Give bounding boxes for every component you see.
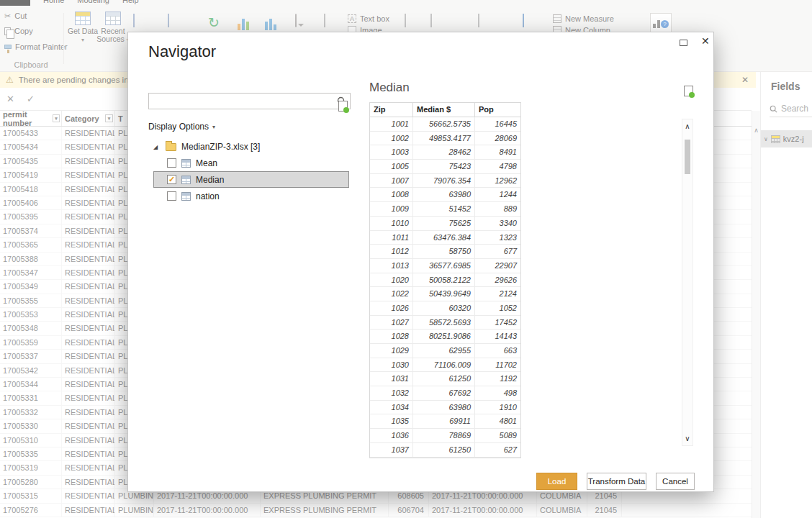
preview-header-row: Zip Median $ Pop	[370, 103, 520, 117]
preview-table: Zip Median $ Pop 1001 56662.5735 16445 1…	[369, 102, 521, 458]
tree-sheet-nation[interactable]: nation	[153, 188, 349, 204]
close-button[interactable]: ✕	[701, 35, 710, 47]
powerbi-desktop: Home Modeling Help ✂ Cut Copy Format Pai…	[0, 0, 812, 518]
preview-table-row: 1027 58572.5693 17452	[370, 316, 520, 330]
preview-table-row: 1022 50439.9649 2124	[370, 287, 520, 301]
folder-icon	[166, 143, 176, 151]
scrollbar-thumb[interactable]	[685, 140, 690, 174]
preview-table-row: 1011 63476.384 1323	[370, 231, 520, 245]
check-icon: ✓	[168, 176, 175, 183]
preview-table-row: 1032 67692 498	[370, 386, 520, 401]
scroll-down-icon[interactable]: ∨	[682, 435, 693, 442]
preview-table-row: 1036 78869 5089	[370, 429, 520, 443]
preview-header-pop: Pop	[475, 103, 520, 117]
preview-table-row: 1003 28462 8491	[370, 145, 520, 160]
tree-sheet-median[interactable]: ✓ Median	[153, 171, 349, 188]
preview-header-median: Median $	[413, 103, 475, 117]
preview-table-row: 1037 61250 627	[370, 443, 520, 458]
preview-table-row: 1029 62955 663	[370, 344, 520, 358]
checkbox-mean[interactable]	[167, 158, 176, 168]
expander-icon[interactable]: ◢	[153, 144, 161, 150]
preview-table-row: 1008 63980 1244	[370, 188, 520, 202]
maximize-button[interactable]	[680, 40, 687, 46]
display-options-dropdown[interactable]: Display Options ▾	[148, 122, 215, 132]
checkbox-median[interactable]: ✓	[167, 175, 176, 184]
refresh-tree-icon[interactable]	[338, 101, 348, 112]
preview-table-row: 1034 63980 1910	[370, 401, 520, 415]
preview-table-row: 1031 61250 1192	[370, 372, 520, 386]
refresh-preview-icon[interactable]	[684, 86, 693, 96]
checkbox-nation[interactable]	[167, 191, 176, 201]
sheet-label: Mean	[196, 158, 217, 168]
preview-table-row: 1028 80251.9086 14143	[370, 330, 520, 344]
preview-table-row: 1035 69911 4801	[370, 414, 520, 429]
navigator-tree: ◢ MedianZIP-3.xlsx [3] Mean ✓ Median nat…	[153, 139, 349, 204]
preview-table-row: 1002 49853.4177 28069	[370, 132, 520, 146]
scroll-up-icon[interactable]: ∧	[682, 122, 693, 130]
navigator-search-input[interactable]	[149, 94, 337, 109]
cancel-button[interactable]: Cancel	[656, 473, 695, 490]
navigator-search[interactable]	[148, 93, 351, 109]
preview-table-row: 1012 58750 677	[370, 245, 520, 259]
sheet-label: nation	[196, 191, 220, 201]
sheet-icon	[181, 192, 191, 201]
preview-table-row: 1026 60320 1052	[370, 301, 520, 316]
dialog-title: Navigator	[148, 42, 216, 61]
preview-scrollbar[interactable]: ∧ ∨	[682, 119, 693, 446]
display-options-label: Display Options	[148, 122, 209, 132]
transform-data-button[interactable]: Transform Data	[587, 473, 646, 490]
preview-header-zip: Zip	[370, 103, 413, 117]
preview-table-row: 1005 75423 4798	[370, 160, 520, 174]
preview-table-row: 1020 50058.2122 29626	[370, 273, 520, 288]
preview-table-row: 1030 71106.009 11702	[370, 358, 520, 373]
workbook-name: MedianZIP-3.xlsx [3]	[181, 142, 260, 152]
navigator-dialog: ✕ Navigator Display Options ▾ ◢ MedianZI…	[127, 32, 714, 492]
preview-table-row: 1009 51452 889	[370, 202, 520, 217]
tree-workbook-node[interactable]: ◢ MedianZIP-3.xlsx [3]	[153, 139, 349, 155]
preview-table-row: 1010 75625 3340	[370, 217, 520, 231]
sheet-icon	[181, 159, 191, 168]
preview-table-row: 1007 79076.354 12962	[370, 174, 520, 188]
preview-table-row: 1013 36577.6985 22907	[370, 259, 520, 273]
sheet-label: Median	[196, 175, 224, 185]
sheet-icon	[181, 176, 191, 184]
load-button[interactable]: Load	[536, 473, 577, 490]
display-options-caret-icon: ▾	[212, 124, 215, 130]
tree-sheet-mean[interactable]: Mean	[153, 155, 349, 171]
preview-table-row: 1001 56662.5735 16445	[370, 117, 520, 132]
preview-title: Median	[369, 81, 410, 95]
